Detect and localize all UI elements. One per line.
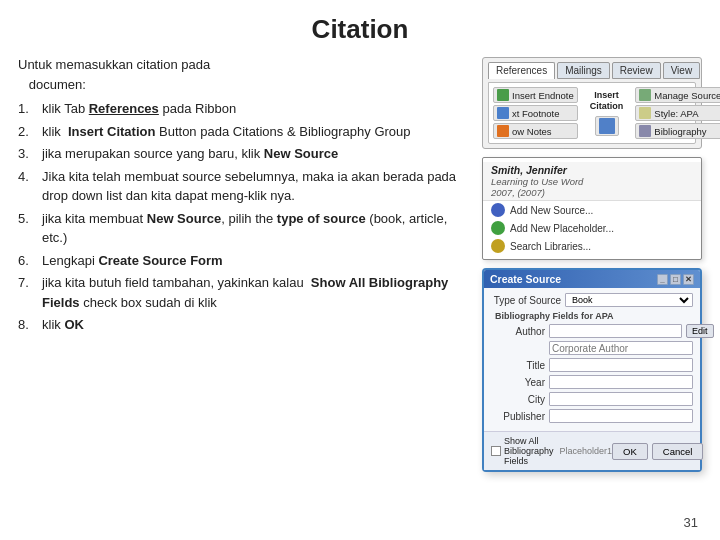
search-libraries-label: Search Libraries... — [510, 241, 591, 252]
type-of-source-select[interactable]: Book Article Website — [565, 293, 693, 307]
ribbon-tab-mailings[interactable]: Mailings — [557, 62, 610, 79]
insert-endnote-btn[interactable]: Insert Endnote — [493, 87, 578, 103]
footnote-icon — [497, 107, 509, 119]
city-input[interactable] — [549, 392, 693, 406]
ribbon-tabs: References Mailings Review View — [488, 62, 696, 79]
dropdown-source-detail: Learning to Use Word2007, (2007) — [491, 176, 693, 198]
type-of-source-row: Type of Source Book Article Website — [491, 293, 693, 307]
ribbon-tab-references[interactable]: References — [488, 62, 555, 79]
year-row: Year — [491, 375, 693, 389]
manage-sources-btn[interactable]: Manage Sources — [635, 87, 720, 103]
step-1: 1. klik Tab References pada Ribbon — [18, 99, 464, 119]
style-icon — [639, 107, 651, 119]
dropdown-source-name: Smith, Jennifer — [491, 164, 693, 176]
ribbon-col-3: Manage Sources Style: APA Bibliography — [635, 87, 720, 139]
dialog-titlebar: Create Source _ □ ✕ — [484, 270, 700, 288]
insert-citation-btn[interactable] — [595, 116, 619, 136]
ribbon-tab-view[interactable]: View — [663, 62, 701, 79]
ok-button[interactable]: OK — [612, 443, 648, 460]
publisher-label: Publisher — [491, 411, 545, 422]
add-new-placeholder-label: Add New Placeholder... — [510, 223, 614, 234]
search-libraries-item[interactable]: Search Libraries... — [483, 237, 701, 255]
add-new-placeholder-item[interactable]: Add New Placeholder... — [483, 219, 701, 237]
title-row: Title — [491, 358, 693, 372]
bibliography-icon — [639, 125, 651, 137]
type-label: Type of Source — [491, 295, 561, 306]
ribbon-tab-review[interactable]: Review — [612, 62, 661, 79]
style-apa-btn[interactable]: Style: APA — [635, 105, 720, 121]
ribbon-mockup: References Mailings Review View Insert E… — [482, 57, 702, 149]
publisher-input[interactable] — [549, 409, 693, 423]
right-column: References Mailings Review View Insert E… — [482, 55, 702, 472]
xt-footnote-btn[interactable]: xt Footnote — [493, 105, 578, 121]
author-input[interactable] — [549, 324, 682, 338]
cancel-button[interactable]: Cancel — [652, 443, 704, 460]
year-input[interactable] — [549, 375, 693, 389]
search-libraries-icon — [491, 239, 505, 253]
step-7: 7. jika kita butuh field tambahan, yakin… — [18, 273, 464, 312]
citation-icon — [599, 118, 615, 134]
ow-notes-btn[interactable]: ow Notes — [493, 123, 578, 139]
step-3: 3. jika merupakan source yang baru, klik… — [18, 144, 464, 164]
main-text-column: Untuk memasukkan citation pada documen: … — [18, 55, 464, 472]
city-row: City — [491, 392, 693, 406]
insert-citation-label: InsertCitation — [590, 90, 624, 112]
corp-author-row — [491, 341, 693, 355]
steps-list: 1. klik Tab References pada Ribbon 2. kl… — [18, 99, 464, 335]
step-6: 6. Lengkapi Create Source Form — [18, 251, 464, 271]
placeholder-label: Placeholder1 — [560, 446, 613, 456]
step-4: 4. Jika kita telah membuat source sebelu… — [18, 167, 464, 206]
ribbon-col-1: Insert Endnote xt Footnote ow Notes — [493, 87, 578, 139]
dialog-footer: Show All Bibliography Fields Placeholder… — [484, 431, 700, 470]
ribbon-body: Insert Endnote xt Footnote ow Notes Inse… — [488, 82, 696, 144]
add-new-source-item[interactable]: Add New Source... — [483, 201, 701, 219]
title-label: Title — [491, 360, 545, 371]
add-placeholder-icon — [491, 221, 505, 235]
step-8: 8. klik OK — [18, 315, 464, 335]
step-5: 5. jika kita membuat New Source, pilih t… — [18, 209, 464, 248]
dialog-footer-buttons: OK Cancel — [612, 443, 703, 460]
page-number: 31 — [684, 515, 698, 530]
page-title: Citation — [0, 0, 720, 55]
dialog-close-btn[interactable]: ✕ — [683, 274, 694, 285]
dialog-body: Type of Source Book Article Website Bibl… — [484, 288, 700, 431]
dialog-footer-left: Show All Bibliography Fields — [491, 436, 554, 466]
title-input[interactable] — [549, 358, 693, 372]
corp-author-input[interactable] — [549, 341, 693, 355]
ribbon-col-2: InsertCitation — [590, 87, 624, 139]
author-label: Author — [491, 326, 545, 337]
insert-endnote-icon — [497, 89, 509, 101]
bib-fields-label: Bibliography Fields for APA — [491, 311, 693, 321]
dialog-titlebar-buttons: _ □ ✕ — [657, 274, 694, 285]
dialog-restore-btn[interactable]: □ — [670, 274, 681, 285]
edit-author-btn[interactable]: Edit — [686, 324, 714, 338]
manage-sources-icon — [639, 89, 651, 101]
create-source-dialog: Create Source _ □ ✕ Type of Source Book … — [482, 268, 702, 472]
add-source-icon — [491, 203, 505, 217]
show-all-fields-label: Show All Bibliography Fields — [504, 436, 554, 466]
notes-icon — [497, 125, 509, 137]
add-new-source-label: Add New Source... — [510, 205, 593, 216]
bibliography-btn[interactable]: Bibliography — [635, 123, 720, 139]
show-all-fields-checkbox[interactable] — [491, 446, 501, 456]
dropdown-header: Smith, Jennifer Learning to Use Word2007… — [483, 162, 701, 201]
author-row: Author Edit — [491, 324, 693, 338]
publisher-row: Publisher — [491, 409, 693, 423]
city-label: City — [491, 394, 545, 405]
year-label: Year — [491, 377, 545, 388]
dialog-minimize-btn[interactable]: _ — [657, 274, 668, 285]
intro-text: Untuk memasukkan citation pada documen: — [18, 55, 464, 95]
dialog-title: Create Source — [490, 273, 561, 285]
step-2: 2. klik Insert Citation Button pada Cita… — [18, 122, 464, 142]
citation-dropdown: Smith, Jennifer Learning to Use Word2007… — [482, 157, 702, 260]
